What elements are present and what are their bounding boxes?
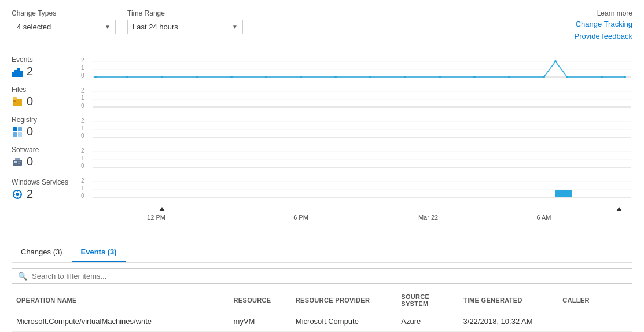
svg-rect-6 <box>13 97 17 100</box>
windows-services-icon <box>12 189 23 200</box>
change-types-label: Change Types <box>12 9 116 17</box>
svg-marker-71 <box>159 207 165 211</box>
software-label: Software <box>12 146 81 154</box>
table-row: Microsoft.Compute/virtualMachines/write … <box>12 311 632 331</box>
svg-point-57 <box>265 76 267 78</box>
metrics-list: Events 2 Files <box>12 52 81 237</box>
software-metric: Software 0 <box>12 142 81 172</box>
svg-point-59 <box>334 76 337 78</box>
change-tracking-link[interactable]: Change Tracking <box>575 19 632 31</box>
svg-rect-1 <box>14 70 17 77</box>
col-header-source-system: SOURCE SYSTEM <box>396 290 458 311</box>
table-body: Microsoft.Compute/virtualMachines/write … <box>12 311 632 332</box>
time-range-arrow-icon: ▼ <box>232 24 238 30</box>
svg-point-53 <box>126 76 128 78</box>
windows-services-value: 2 <box>27 187 33 201</box>
svg-point-63 <box>473 76 476 78</box>
svg-rect-10 <box>18 132 22 137</box>
svg-point-58 <box>300 76 302 78</box>
main-chart: 2 1 0 2 1 0 2 1 0 <box>81 52 632 237</box>
events-table: OPERATION NAME RESOURCE RESOURCE PROVIDE… <box>12 290 632 332</box>
svg-rect-9 <box>13 132 17 137</box>
svg-rect-11 <box>13 160 22 166</box>
svg-rect-5 <box>13 100 16 102</box>
col-header-caller: CALLER <box>558 290 632 311</box>
tabs-row: Changes (3) Events (3) <box>12 243 632 263</box>
software-value: 0 <box>27 155 33 168</box>
svg-text:0: 0 <box>81 132 84 139</box>
cell-time-generated-0: 3/22/2018, 10:32 AM <box>459 311 558 331</box>
windows-services-metric: Windows Services 2 <box>12 172 81 207</box>
svg-point-61 <box>404 76 406 78</box>
svg-text:1: 1 <box>81 185 84 191</box>
tab-events[interactable]: Events (3) <box>72 243 126 262</box>
table-header-row: OPERATION NAME RESOURCE RESOURCE PROVIDE… <box>12 290 632 311</box>
change-types-dropdown[interactable]: 4 selected ▼ <box>12 20 116 34</box>
svg-point-52 <box>94 76 97 78</box>
svg-rect-2 <box>17 68 20 77</box>
registry-label: Registry <box>12 116 81 124</box>
windows-services-label: Windows Services <box>12 178 81 186</box>
learn-more-section: Learn more Change Tracking Provide feedb… <box>575 9 632 43</box>
cell-resource-provider-0: Microsoft.Compute <box>291 311 396 331</box>
learn-more-label: Learn more <box>575 9 632 17</box>
cell-source-system-0: Azure <box>396 311 458 331</box>
top-controls: Change Types 4 selected ▼ Time Range Las… <box>12 9 632 43</box>
svg-point-65 <box>543 76 545 78</box>
change-types-value: 4 selected <box>17 23 100 31</box>
registry-icon <box>12 126 23 138</box>
svg-text:2: 2 <box>81 117 84 124</box>
time-range-value: Last 24 hours <box>133 23 227 31</box>
svg-text:2: 2 <box>81 87 84 94</box>
svg-rect-7 <box>13 127 17 131</box>
svg-point-69 <box>624 76 626 78</box>
provide-feedback-link[interactable]: Provide feedback <box>575 31 632 43</box>
events-value: 2 <box>27 65 33 78</box>
svg-rect-15 <box>15 158 20 160</box>
change-types-group: Change Types 4 selected ▼ <box>12 9 116 34</box>
search-input[interactable] <box>32 272 626 281</box>
files-label: Files <box>12 86 81 94</box>
svg-text:0: 0 <box>81 193 84 199</box>
search-icon: 🔍 <box>18 272 27 281</box>
svg-point-62 <box>439 76 441 78</box>
files-icon <box>12 96 23 108</box>
software-icon <box>12 156 23 168</box>
registry-value: 0 <box>27 125 33 138</box>
svg-text:1: 1 <box>81 125 84 131</box>
svg-point-17 <box>16 193 19 196</box>
svg-point-54 <box>161 76 163 78</box>
svg-text:2: 2 <box>81 178 84 184</box>
charts-wrapper: 2 1 0 2 1 0 2 1 0 <box>81 52 632 237</box>
svg-point-60 <box>369 76 371 78</box>
svg-point-68 <box>601 76 603 78</box>
svg-text:2: 2 <box>81 147 84 154</box>
svg-rect-0 <box>12 72 14 77</box>
col-header-resource-provider: RESOURCE PROVIDER <box>291 290 396 311</box>
time-range-group: Time Range Last 24 hours ▼ <box>127 9 243 34</box>
col-header-operation: OPERATION NAME <box>12 290 229 311</box>
svg-point-56 <box>230 76 233 78</box>
chart-section: Events 2 Files <box>12 52 632 237</box>
svg-rect-14 <box>18 163 20 164</box>
svg-text:0: 0 <box>81 163 84 169</box>
svg-text:0: 0 <box>81 102 84 109</box>
cell-operation-0: Microsoft.Compute/virtualMachines/write <box>12 311 229 331</box>
svg-rect-13 <box>18 161 21 162</box>
svg-point-64 <box>508 76 510 78</box>
svg-text:6 PM: 6 PM <box>293 214 308 221</box>
events-icon <box>12 66 23 78</box>
svg-text:0: 0 <box>81 72 84 79</box>
svg-text:12 PM: 12 PM <box>147 214 165 221</box>
svg-text:2: 2 <box>81 57 84 64</box>
svg-rect-70 <box>555 190 572 197</box>
time-range-dropdown[interactable]: Last 24 hours ▼ <box>127 20 243 34</box>
svg-text:6 AM: 6 AM <box>536 214 551 221</box>
svg-point-66 <box>554 60 557 62</box>
svg-point-55 <box>196 76 198 78</box>
tab-changes[interactable]: Changes (3) <box>12 243 72 262</box>
files-value: 0 <box>27 95 33 108</box>
svg-text:1: 1 <box>81 155 84 161</box>
files-metric: Files 0 <box>12 82 81 112</box>
svg-text:Mar 22: Mar 22 <box>418 214 438 221</box>
